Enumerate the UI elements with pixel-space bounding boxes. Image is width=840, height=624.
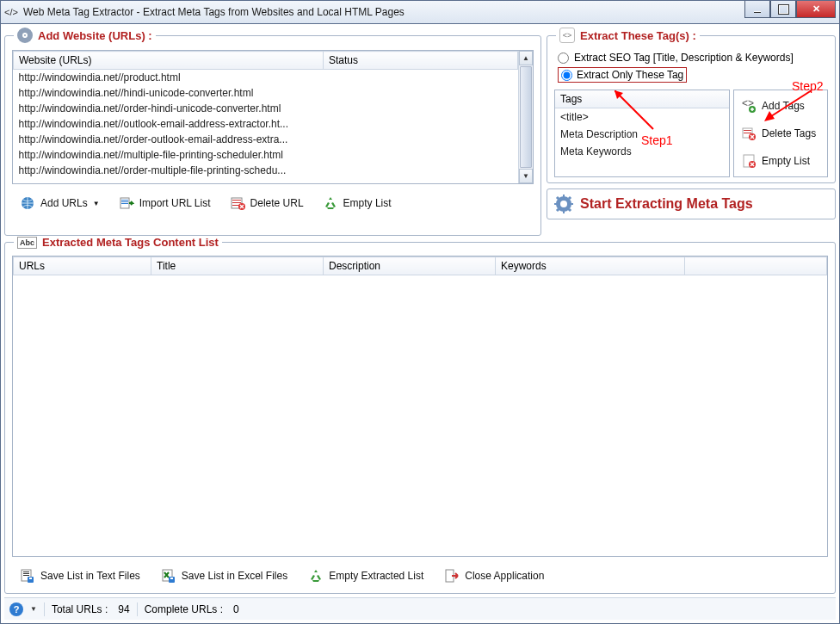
table-row: http://windowindia.net//outlook-email-ad… bbox=[14, 116, 518, 132]
minimize-button[interactable] bbox=[744, 1, 770, 18]
globe-icon bbox=[20, 195, 35, 211]
svg-rect-32 bbox=[23, 575, 29, 576]
save-text-icon bbox=[20, 568, 35, 584]
maximize-button[interactable] bbox=[770, 1, 796, 18]
scroll-up-button[interactable]: ▲ bbox=[519, 51, 533, 65]
svg-rect-23 bbox=[554, 203, 558, 205]
abc-icon: Abc bbox=[17, 237, 37, 249]
list-item[interactable]: Meta Description bbox=[555, 126, 729, 143]
help-icon[interactable]: ? bbox=[9, 602, 23, 616]
save-text-button[interactable]: Save List in Text Files bbox=[12, 564, 148, 588]
extracted-heading: Extracted Meta Tags Content List bbox=[42, 236, 219, 249]
svg-point-20 bbox=[560, 201, 567, 207]
radio-seo-tag[interactable]: Extract SEO Tag [Title, Description & Ke… bbox=[554, 50, 828, 65]
window-buttons bbox=[744, 1, 836, 18]
tags-icon: <​> bbox=[559, 28, 575, 43]
col-description[interactable]: Description bbox=[324, 257, 496, 275]
complete-urls-label: Complete URLs : bbox=[145, 603, 223, 615]
status-bar: ? ▼ Total URLs : 94 Complete URLs : 0 bbox=[4, 597, 836, 620]
svg-point-0 bbox=[18, 28, 32, 42]
empty-tags-button[interactable]: Empty List bbox=[738, 151, 824, 171]
table-row: http://windowindia.net//hindi-unicode-co… bbox=[14, 85, 518, 101]
extracted-table[interactable]: URLs Title Description Keywords bbox=[12, 256, 828, 557]
extracted-panel: Abc Extracted Meta Tags Content List URL… bbox=[4, 236, 836, 594]
radio-seo-input[interactable] bbox=[558, 53, 569, 64]
delete-url-button[interactable]: Delete URL bbox=[222, 191, 312, 215]
add-urls-panel: Add Website (URLs) : Website (URLs) Stat… bbox=[4, 28, 541, 236]
scroll-down-button[interactable]: ▼ bbox=[519, 169, 533, 183]
svg-rect-8 bbox=[232, 202, 241, 203]
start-extracting-button[interactable]: Start Extracting Meta Tags bbox=[547, 188, 836, 219]
window-title: Web Meta Tag Extractor - Extract Meta Ta… bbox=[23, 6, 744, 18]
save-excel-icon bbox=[161, 568, 176, 584]
delete-icon bbox=[230, 195, 245, 211]
add-urls-heading: Add Website (URLs) : bbox=[38, 29, 152, 42]
svg-rect-22 bbox=[563, 210, 565, 213]
extract-tags-panel: <​> Extract These Tag(s) : Extract SEO T… bbox=[547, 28, 836, 183]
tags-list[interactable]: Tags <title> Meta Description Meta Keywo… bbox=[554, 90, 730, 177]
col-spacer bbox=[685, 257, 827, 275]
svg-rect-24 bbox=[570, 203, 573, 205]
col-website[interactable]: Website (URLs) bbox=[14, 52, 324, 70]
import-url-list-button[interactable]: Import URL List bbox=[111, 191, 219, 215]
empty-list-button[interactable]: Empty List bbox=[315, 191, 399, 215]
radio-only-these-tag[interactable]: Extract Only These Tag bbox=[558, 67, 687, 83]
svg-rect-7 bbox=[232, 200, 241, 201]
empty-extracted-button[interactable]: Empty Extracted List bbox=[300, 564, 431, 588]
dropdown-icon: ▼ bbox=[93, 200, 100, 207]
svg-rect-34 bbox=[29, 578, 32, 579]
svg-rect-21 bbox=[563, 195, 565, 198]
total-urls-label: Total URLs : bbox=[52, 603, 108, 615]
svg-rect-14 bbox=[744, 130, 751, 131]
scroll-thumb[interactable] bbox=[520, 66, 532, 168]
delete-tags-button[interactable]: Delete Tags bbox=[738, 123, 824, 144]
col-title[interactable]: Title bbox=[151, 257, 324, 275]
url-scrollbar[interactable]: ▲ ▼ bbox=[518, 51, 533, 183]
extract-tags-heading: Extract These Tag(s) : bbox=[580, 29, 696, 42]
save-excel-button[interactable]: Save List in Excel Files bbox=[153, 564, 295, 588]
svg-rect-15 bbox=[744, 133, 751, 133]
svg-rect-37 bbox=[170, 578, 173, 579]
complete-urls-value: 0 bbox=[233, 603, 239, 615]
col-urls[interactable]: URLs bbox=[14, 257, 151, 275]
svg-rect-31 bbox=[23, 573, 29, 574]
table-row: http://windowindia.net//order-multiple-f… bbox=[14, 163, 518, 178]
add-tags-icon: <> bbox=[741, 98, 757, 114]
list-item[interactable]: <title> bbox=[555, 108, 729, 126]
empty-tags-icon bbox=[741, 153, 757, 169]
col-keywords[interactable]: Keywords bbox=[496, 257, 685, 275]
add-tags-button[interactable]: <> Add Tags bbox=[738, 96, 824, 116]
table-row: http://windowindia.net//product.html bbox=[14, 70, 518, 86]
radio-only-input[interactable] bbox=[561, 70, 572, 81]
close-button[interactable] bbox=[796, 1, 836, 18]
exit-icon bbox=[444, 568, 460, 584]
list-item[interactable]: Meta Keywords bbox=[555, 143, 729, 160]
svg-rect-30 bbox=[23, 571, 29, 572]
svg-rect-4 bbox=[121, 201, 128, 202]
table-row: http://windowindia.net//order-hindi-unic… bbox=[14, 101, 518, 116]
import-icon bbox=[119, 195, 134, 211]
app-icon: </> bbox=[4, 5, 18, 19]
recycle-icon bbox=[323, 195, 338, 211]
app-content: Add Website (URLs) : Website (URLs) Stat… bbox=[0, 24, 840, 624]
delete-tags-icon bbox=[741, 126, 757, 141]
gear-icon bbox=[554, 195, 573, 213]
link-icon bbox=[17, 28, 33, 43]
svg-rect-5 bbox=[121, 203, 128, 204]
add-urls-button[interactable]: Add URLs ▼ bbox=[12, 191, 108, 215]
url-table[interactable]: Website (URLs) Status http://windowindia… bbox=[13, 51, 518, 183]
table-row: http://windowindia.net//multiple-file-pr… bbox=[14, 147, 518, 163]
dropdown-icon[interactable]: ▼ bbox=[30, 605, 37, 613]
title-bar: </> Web Meta Tag Extractor - Extract Met… bbox=[0, 0, 840, 24]
recycle-icon bbox=[308, 568, 324, 584]
tags-header: Tags bbox=[555, 90, 729, 108]
svg-rect-3 bbox=[121, 200, 128, 201]
col-status[interactable]: Status bbox=[324, 52, 518, 70]
close-application-button[interactable]: Close Application bbox=[436, 564, 552, 588]
total-urls-value: 94 bbox=[118, 603, 129, 615]
table-row: http://windowindia.net//order-outlook-em… bbox=[14, 132, 518, 147]
